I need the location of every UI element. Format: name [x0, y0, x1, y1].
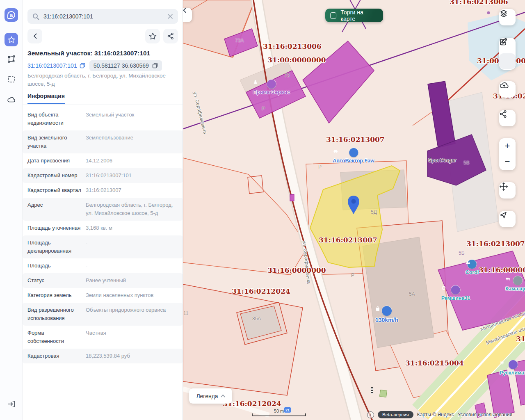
poi-avtovektor[interactable]: АвтоВектор Faw: [333, 148, 374, 164]
poi-130kmh[interactable]: 130km/h: [375, 306, 398, 323]
share-map-button[interactable]: [499, 110, 516, 126]
cloud-icon: [7, 96, 16, 103]
share-button[interactable]: [163, 29, 178, 43]
map-canvas[interactable]: ул. Серафимовича ул. Серафимовича Михайл…: [183, 0, 525, 420]
building-label: 73А: [235, 38, 244, 43]
info-icon[interactable]: i: [367, 411, 374, 418]
beta-badge: Beta-версия: [378, 411, 413, 418]
tire-icon: [451, 285, 460, 294]
table-row: Форма собственностиЧастная: [23, 326, 183, 349]
table-row: Кадастровый квартал31:16:0213007: [23, 183, 183, 198]
building-label: 5В: [463, 160, 470, 166]
back-button[interactable]: [27, 29, 42, 43]
mountain-icon: [468, 260, 477, 269]
login-button[interactable]: [5, 397, 18, 411]
search-icon: [32, 13, 39, 20]
copy-icon[interactable]: [152, 63, 158, 68]
polygon-tool-button[interactable]: [5, 52, 18, 66]
scale-control: 50 m: [252, 409, 306, 416]
navigation-arrow-icon: [499, 211, 507, 219]
locate-button[interactable]: [499, 211, 516, 227]
cloud-rail-button[interactable]: [5, 93, 18, 106]
edit-button[interactable]: [499, 53, 516, 69]
service-icon: [267, 80, 276, 89]
coordinates-chip[interactable]: 50.581127 36.630569: [89, 60, 162, 71]
kiosk-shape: [379, 390, 387, 397]
pan-button[interactable]: [499, 182, 516, 199]
zoom-in-button[interactable]: +: [499, 138, 516, 154]
zoom-group: + −: [499, 138, 516, 170]
star-icon: [149, 32, 157, 40]
table-row: Кадастровый номер31:16:0213007:101: [23, 168, 183, 183]
quarter-label: 31:16:0000000: [479, 266, 525, 274]
map-attribution: i Beta-версия Карты © Яндекс Условия исп…: [367, 411, 512, 418]
app-logo[interactable]: a: [5, 8, 18, 22]
table-row: Кадастровая18,223,539.84 руб: [23, 349, 183, 363]
poi-kamaz[interactable]: Камазцен: [505, 276, 525, 292]
building-label: 73: [284, 73, 290, 78]
building-label: 85А: [252, 316, 261, 322]
parking-label: Р: [318, 164, 322, 170]
toggle-checkbox[interactable]: [330, 12, 336, 19]
quarter-label: 31:16:0215004: [516, 335, 525, 343]
edit-icon: [499, 38, 507, 46]
poi-prima-servis[interactable]: Прима-Сервис: [253, 80, 290, 95]
terms-link[interactable]: Условия использования: [458, 412, 512, 418]
search-input[interactable]: [43, 13, 167, 20]
zoom-out-button[interactable]: −: [499, 154, 516, 169]
toggle-label: Торги на карте: [340, 9, 378, 22]
clear-search-icon[interactable]: [167, 14, 173, 19]
parking-label: Р: [351, 272, 354, 278]
building-label: 5А: [409, 291, 415, 297]
card-header: [27, 29, 178, 43]
quarter-label: 31:16:0212024: [232, 287, 290, 295]
tab-information[interactable]: Информация: [27, 93, 65, 104]
panel-collapse-button[interactable]: [183, 8, 192, 22]
attributes-table: Вид объекта недвижимостиЗемельный участо…: [23, 107, 183, 363]
truck-icon: [513, 276, 522, 285]
upload-button[interactable]: [499, 81, 516, 98]
shopping-bag-icon: [382, 306, 392, 316]
table-row: Категория земельЗемли населенных пунктов: [23, 288, 183, 303]
login-icon: [7, 400, 16, 408]
favorite-button[interactable]: [145, 29, 160, 43]
map-basemap: [183, 0, 525, 420]
select-area-button[interactable]: [5, 72, 18, 86]
climate-icon: [509, 360, 518, 369]
polygon-icon: [7, 55, 16, 63]
poi-sportangar[interactable]: SportAngar: [428, 157, 457, 163]
poi-cordi[interactable]: Cordi: [466, 260, 479, 275]
favorites-rail-button[interactable]: [5, 33, 18, 46]
star-icon: [8, 36, 15, 43]
app-window: ул. Серафимовича ул. Серафимовича Михайл…: [0, 0, 525, 420]
share-icon: [167, 32, 174, 40]
icon-rail: a: [0, 0, 23, 420]
chevron-left-icon: [33, 33, 37, 39]
copy-icon[interactable]: [80, 63, 85, 68]
poi-rusklimat[interactable]: Русклимат: [500, 360, 525, 376]
quarter-label: 31:16:0215004: [405, 359, 464, 367]
measure-edit-group: [499, 38, 516, 70]
layers-icon: [499, 9, 508, 18]
poi-remshina[interactable]: Ремшина31: [441, 285, 470, 301]
dashed-select-icon: [7, 75, 16, 83]
table-row: Площадь уточненная3,168 кв. м: [23, 221, 183, 235]
table-row: Вид разрешенного использованияОбъекты пр…: [23, 303, 183, 326]
quarter-label: 31:16:0000000: [267, 266, 326, 274]
table-row: Площадь-: [23, 258, 183, 273]
search-bar: [27, 9, 178, 24]
object-panel: Земельный участок: 31:16:0213007:101 31:…: [23, 0, 183, 420]
auctions-on-map-toggle[interactable]: Торги на карте: [325, 9, 383, 22]
chips-row: 31:16:0213007:101 50.581127 36.630569: [27, 60, 162, 71]
layers-button[interactable]: [499, 9, 516, 25]
table-row: СтатусРанее учтенный: [23, 273, 183, 288]
building-label: 5Д: [371, 209, 377, 215]
copyright-link[interactable]: Карты © Яндекс: [417, 412, 454, 418]
cadastral-number-chip[interactable]: 31:16:0213007:101: [27, 62, 85, 69]
object-address: Белгородская область, г. Белгород, ул. М…: [27, 72, 175, 88]
legend-button[interactable]: Легенда: [189, 388, 232, 404]
share-icon: [499, 110, 507, 118]
legend-label: Легенда: [196, 393, 218, 399]
scale-bar: [252, 413, 306, 416]
scale-label: 50 m: [252, 409, 306, 413]
